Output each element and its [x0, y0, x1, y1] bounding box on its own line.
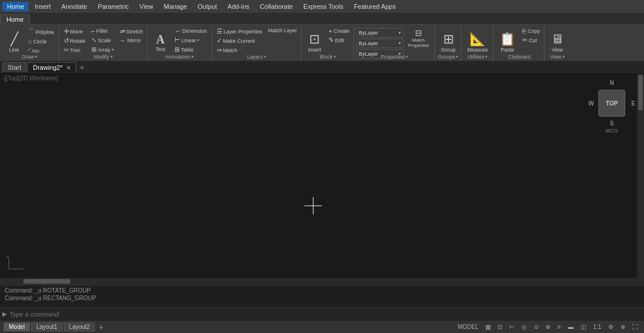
zoom-button[interactable]: ⊕ — [618, 324, 628, 330]
menu-view[interactable]: View — [135, 2, 158, 11]
osnap-toggle[interactable]: ⊙ — [532, 324, 541, 330]
menu-output[interactable]: Output — [193, 2, 222, 11]
polar-toggle[interactable]: ◎ — [519, 324, 529, 330]
scrollbar-vertical[interactable] — [637, 74, 644, 285]
line-button[interactable]: ╱ Line — [4, 27, 25, 57]
cut-button[interactable]: ✂ Cut — [520, 36, 542, 45]
tp-toggle[interactable]: ◫ — [578, 324, 588, 330]
menu-featured[interactable]: Featured Apps — [349, 2, 400, 11]
dimension-button[interactable]: ↔ Dimension — [172, 27, 210, 35]
scale-button[interactable]: ⤡ Scale — [89, 36, 117, 45]
table-button[interactable]: ⊞ Table — [172, 45, 210, 54]
linear-dropdown: ▾ — [197, 38, 200, 43]
status-tab-layout1[interactable]: Layout1 — [31, 322, 63, 331]
grid-toggle[interactable]: ▦ — [483, 324, 493, 330]
mirror-button[interactable]: ⇌ Stretch — [118, 27, 146, 36]
scroll-thumb-h[interactable] — [23, 279, 70, 284]
block-col2: + Create ✎ Edit — [326, 27, 351, 45]
block-dropdown-arrow: ▾ — [334, 55, 336, 59]
match-properties-button[interactable]: ⊟ Match Properties — [405, 27, 433, 49]
insert-button[interactable]: ⊡ Insert — [304, 27, 325, 57]
menu-insert[interactable]: Insert — [30, 2, 56, 11]
tab-start[interactable]: Start — [2, 62, 26, 72]
tab-home[interactable]: Home — [0, 14, 30, 24]
menu-addins[interactable]: Add-ins — [223, 2, 254, 11]
menu-annotate[interactable]: Annotate — [57, 2, 92, 11]
rotate-button[interactable]: ↺ Rotate — [61, 36, 88, 45]
canvas-area[interactable]: -][Top][2D Wireframe] X Y — [0, 74, 644, 285]
ribbon-group-draw: ╱ Line ⌒ Polyline ○ Circle ◜ Arc Draw ▾ — [1, 26, 59, 61]
fullscreen-button[interactable]: ⛶ — [630, 324, 640, 330]
groups-group-label[interactable]: Groups ▾ — [438, 54, 459, 60]
ortho-toggle[interactable]: ⊢ — [507, 324, 517, 330]
status-right: MODEL ▦ ⊡ ⊢ ◎ ⊙ ⊕ ≡ ▬ ◫ 1:1 ⚙ ⊕ ⛶ — [455, 324, 640, 330]
menu-bar: Home Insert Annotate Parametric View Man… — [0, 0, 644, 13]
clipboard-group-label[interactable]: Clipboard — [508, 54, 530, 60]
create-button[interactable]: + Create — [326, 27, 351, 35]
tab-close-button[interactable]: ✕ — [66, 64, 71, 71]
viewcube[interactable]: N S E W TOP WCS — [588, 80, 635, 134]
settings-button[interactable]: ⚙ — [606, 324, 616, 330]
utilities-group-label[interactable]: Utilities ▾ — [467, 54, 488, 60]
status-tab-model[interactable]: Model — [4, 322, 30, 331]
menu-manage[interactable]: Manage — [159, 2, 192, 11]
circle-button[interactable]: ○ Circle — [26, 38, 57, 46]
viewcube-face-top[interactable]: TOP — [598, 90, 625, 117]
fillet-button[interactable]: ⌐ Fillet — [89, 27, 117, 35]
modify-group-label[interactable]: Modify ▾ — [94, 54, 113, 60]
menu-express[interactable]: Express Tools — [299, 2, 348, 11]
tab-drawing2[interactable]: Drawing2* ✕ — [28, 62, 76, 72]
annotation-group-label[interactable]: Annotation ▾ — [165, 54, 194, 60]
layer-dropdown[interactable]: ByLayer ▾ — [357, 28, 403, 38]
view-button[interactable]: 🖥 View — [547, 27, 568, 57]
menu-parametric[interactable]: Parametric — [93, 2, 133, 11]
annotation-dropdown-arrow: ▾ — [191, 55, 194, 59]
array-dropdown: ▾ — [112, 47, 114, 52]
view-group-label[interactable]: View ▾ — [550, 54, 564, 60]
block-group-label[interactable]: Block ▾ — [320, 54, 336, 60]
color-dropdown[interactable]: ByLayer ▾ — [357, 39, 403, 48]
match-button[interactable]: ⇒ Match — [214, 46, 265, 55]
lw-toggle[interactable]: ▬ — [566, 324, 576, 330]
group-icon: ⊞ — [443, 32, 454, 47]
draw-group-label[interactable]: Draw ▾ — [22, 54, 37, 60]
layers-group-label[interactable]: Layers ▾ — [247, 54, 266, 60]
group-button[interactable]: ⊞ Group — [437, 27, 459, 57]
layer-props-button[interactable]: ☰ Layer Properties — [214, 27, 265, 36]
create-icon: + — [328, 28, 332, 35]
viewcube-west: W — [588, 100, 594, 107]
array-button[interactable]: ⊞ Array ▾ — [89, 45, 117, 54]
ribbon-group-block: ⊡ Insert + Create ✎ Edit Block ▾ — [302, 26, 354, 61]
menu-collaborate[interactable]: Collaborate — [255, 2, 297, 11]
tab-add-button[interactable]: + — [77, 63, 87, 72]
command-input[interactable] — [9, 311, 642, 318]
copy-button[interactable]: ⎘ Copy — [520, 27, 542, 35]
modify-col3: ⇌ Stretch ↔ Mirror — [118, 27, 146, 45]
status-tab-layout2[interactable]: Layout2 — [64, 322, 95, 331]
text-button[interactable]: A Text — [150, 27, 171, 57]
trim-button[interactable]: ✂ Trim — [61, 46, 88, 55]
layout-add-button[interactable]: + — [96, 322, 105, 332]
otrack-toggle[interactable]: ⊕ — [543, 324, 553, 330]
modify-dropdown-arrow: ▾ — [111, 55, 113, 59]
scroll-thumb-v[interactable] — [638, 75, 643, 110]
dyn-toggle[interactable]: ≡ — [555, 324, 563, 330]
linear-button[interactable]: ⊢ Linear ▾ — [172, 36, 210, 45]
command-prompt-icon: ▶ — [2, 311, 7, 317]
menu-home[interactable]: Home — [2, 2, 29, 11]
measure-button[interactable]: 📐 Measure — [464, 27, 491, 57]
rotate-icon: ↺ — [64, 37, 69, 45]
linear-icon: ⊢ — [174, 36, 180, 44]
snap-toggle[interactable]: ⊡ — [495, 324, 505, 330]
status-bar: Model Layout1 Layout2 + MODEL ▦ ⊡ ⊢ ◎ ⊙ … — [0, 320, 644, 333]
scrollbar-horizontal[interactable] — [0, 278, 637, 285]
polyline-button[interactable]: ⌒ Polyline — [26, 27, 57, 37]
view-dropdown-arrow: ▾ — [563, 55, 565, 59]
stretch-button[interactable]: ↔ Mirror — [118, 36, 146, 45]
properties-group-label[interactable]: Properties ▾ — [381, 54, 408, 60]
make-current-button[interactable]: ✓ Make Current — [214, 36, 265, 45]
move-button[interactable]: ✛ Move — [61, 27, 88, 36]
edit-button[interactable]: ✎ Edit — [326, 36, 351, 45]
paste-button[interactable]: 📋 Paste — [496, 27, 519, 57]
match-layer-button[interactable]: Match Layer — [266, 27, 300, 34]
